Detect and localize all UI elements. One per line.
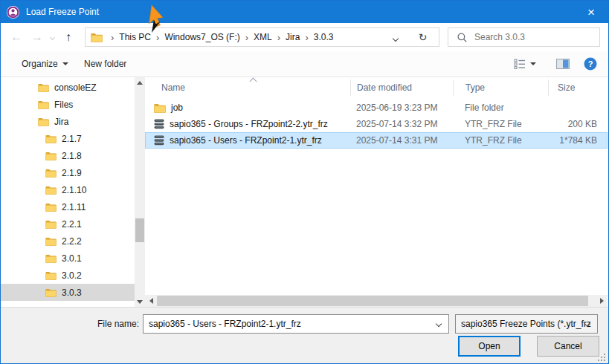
tree-item[interactable]: Jira bbox=[1, 113, 135, 130]
tree-item-label: Jira bbox=[54, 117, 68, 127]
tree-item-label: 3.0.2 bbox=[62, 270, 82, 281]
type-cell: File folder bbox=[453, 103, 548, 113]
sidebar-scrollbar[interactable] bbox=[135, 77, 145, 307]
sidebar-scrollbar-thumb[interactable] bbox=[135, 218, 144, 242]
help-button[interactable]: ? bbox=[584, 51, 597, 77]
folder-icon bbox=[38, 117, 49, 126]
breadcrumb-item[interactable]: › Jira bbox=[272, 32, 300, 42]
chevron-right-icon: › bbox=[272, 33, 286, 42]
tree-item-label: 2.1.8 bbox=[62, 151, 82, 161]
file-row[interactable]: sapio365 - Groups - FRZpoint2-2.ytr_frz … bbox=[145, 116, 608, 132]
back-icon[interactable]: ← bbox=[7, 23, 26, 51]
search-input[interactable] bbox=[473, 31, 599, 43]
cancel-button[interactable]: Cancel bbox=[537, 336, 599, 357]
tree-item[interactable]: Files bbox=[1, 96, 135, 113]
search-box[interactable] bbox=[448, 27, 600, 47]
search-icon bbox=[457, 33, 467, 42]
date-modified-cell: 2025-07-14 3:32 PM bbox=[350, 119, 453, 129]
folder-icon bbox=[45, 203, 57, 212]
breadcrumb-label: 3.0.3 bbox=[314, 32, 334, 42]
scroll-down-icon[interactable] bbox=[135, 296, 145, 307]
dropdown-triangle-icon bbox=[62, 62, 68, 65]
file-type-combobox[interactable]: sapio365 Freeze Points (*.ytr_frz bbox=[455, 314, 598, 334]
address-dropdown-icon[interactable] bbox=[393, 30, 398, 44]
breadcrumb-label: This PC bbox=[119, 32, 151, 42]
resize-grip-icon[interactable] bbox=[598, 354, 606, 362]
chevron-right-icon: › bbox=[300, 33, 313, 42]
breadcrumb-label: Windows7_OS (F:) bbox=[164, 32, 239, 42]
size-cell: 200 KB bbox=[548, 119, 608, 129]
organize-button[interactable]: Organize bbox=[22, 51, 68, 77]
tree-item-label: 3.0.1 bbox=[62, 253, 82, 264]
tree-item[interactable]: 2.2.2 bbox=[1, 233, 135, 250]
file-name-cell: sapio365 - Groups - FRZpoint2-2.ytr_frz bbox=[145, 119, 350, 129]
tree-item[interactable]: 2.1.9 bbox=[1, 164, 135, 181]
scroll-up-icon[interactable] bbox=[135, 77, 145, 88]
close-button[interactable]: × bbox=[574, 1, 608, 23]
svg-text:?: ? bbox=[588, 59, 593, 68]
tree-item[interactable]: 2.1.10 bbox=[1, 181, 135, 198]
tree-item-label: 2.2.2 bbox=[62, 236, 82, 247]
file-name-label: File name: bbox=[75, 319, 139, 329]
up-icon[interactable]: ↑ bbox=[59, 23, 78, 51]
new-folder-button[interactable]: New folder bbox=[84, 51, 126, 77]
file-row[interactable]: job 2025-06-19 3:23 PM File folder bbox=[145, 100, 608, 116]
open-button[interactable]: Open bbox=[458, 336, 521, 357]
type-cell: YTR_FRZ File bbox=[453, 119, 548, 129]
database-icon bbox=[154, 135, 164, 146]
footer: File name: sapio365 Freeze Points (*.ytr… bbox=[1, 307, 608, 363]
date-modified-cell: 2025-06-19 3:23 PM bbox=[350, 103, 453, 113]
preview-pane-button[interactable] bbox=[556, 51, 570, 77]
breadcrumb-item[interactable]: › 3.0.3 bbox=[300, 32, 333, 42]
title-bar: Load Freeze Point × bbox=[1, 1, 608, 23]
column-header-date-modified[interactable]: Date modified bbox=[350, 79, 453, 96]
main-area: consoleEZ Files Jira bbox=[1, 77, 608, 307]
file-name-input[interactable] bbox=[144, 315, 448, 333]
breadcrumb-item[interactable]: › This PC bbox=[106, 32, 151, 42]
breadcrumb-label: XML bbox=[254, 32, 272, 42]
tree-item[interactable]: 2.2.1 bbox=[1, 215, 135, 233]
file-name-label: job bbox=[171, 103, 183, 113]
file-name-combobox[interactable] bbox=[143, 314, 449, 334]
views-dropdown-triangle-icon bbox=[530, 62, 536, 65]
folder-icon bbox=[45, 186, 57, 195]
column-header-type[interactable]: Type bbox=[453, 79, 548, 96]
breadcrumb-item[interactable]: › XML bbox=[240, 32, 272, 42]
list-view-icon bbox=[514, 59, 526, 69]
filelist-horizontal-scrollbar[interactable] bbox=[145, 295, 608, 307]
tree-item[interactable]: 3.0.2 bbox=[1, 267, 135, 284]
tree-item[interactable]: 2.1.8 bbox=[1, 147, 135, 164]
address-bar[interactable]: › This PC › Windows7_OS (F:) › XML › Jir… bbox=[85, 27, 407, 47]
breadcrumb-item[interactable]: › Windows7_OS (F:) bbox=[151, 32, 240, 42]
scroll-left-icon[interactable] bbox=[145, 295, 157, 307]
chevron-right-icon: › bbox=[151, 33, 164, 42]
tree-item[interactable]: 3.0.1 bbox=[1, 250, 135, 267]
column-header-size[interactable]: Size bbox=[548, 79, 608, 96]
date-modified-cell: 2025-07-14 3:31 PM bbox=[350, 135, 453, 146]
organize-label: Organize bbox=[22, 59, 58, 69]
column-header-name[interactable]: Name bbox=[145, 79, 350, 96]
file-row[interactable]: sapio365 - Users - FRZpoint2-1.ytr_frz 2… bbox=[145, 132, 608, 149]
tree-item[interactable]: 2.1.11 bbox=[1, 198, 135, 215]
scroll-right-icon[interactable] bbox=[596, 295, 608, 307]
file-name-cell: job bbox=[145, 103, 350, 113]
navigation-bar: ← → ↑ › This PC › Windows7_OS (F:) › XML… bbox=[1, 23, 608, 51]
folder-icon bbox=[45, 152, 57, 160]
change-view-button[interactable] bbox=[514, 51, 536, 77]
tree-item[interactable]: 2.1.7 bbox=[1, 130, 135, 147]
column-headers: Name Date modified Type Size bbox=[145, 77, 608, 98]
tree-item-label: Files bbox=[54, 100, 73, 110]
tree-item-label: 2.1.7 bbox=[62, 134, 82, 144]
tree-item-label: consoleEZ bbox=[54, 82, 97, 93]
window-title: Load Freeze Point bbox=[26, 7, 99, 17]
tree-item[interactable]: 3.0.3 bbox=[1, 284, 135, 301]
folder-icon bbox=[45, 288, 57, 297]
history-chevron-icon[interactable] bbox=[47, 23, 57, 51]
forward-icon[interactable]: → bbox=[28, 23, 47, 51]
tree-item[interactable]: consoleEZ bbox=[1, 79, 135, 96]
file-rows: job 2025-06-19 3:23 PM File folder bbox=[145, 100, 608, 149]
load-freeze-point-dialog: Load Freeze Point × ← → ↑ › This PC › Wi… bbox=[0, 0, 609, 364]
horizontal-scrollbar-thumb[interactable] bbox=[157, 296, 588, 306]
refresh-button[interactable]: ↻ bbox=[407, 27, 439, 47]
type-cell: YTR_FRZ File bbox=[453, 135, 548, 146]
